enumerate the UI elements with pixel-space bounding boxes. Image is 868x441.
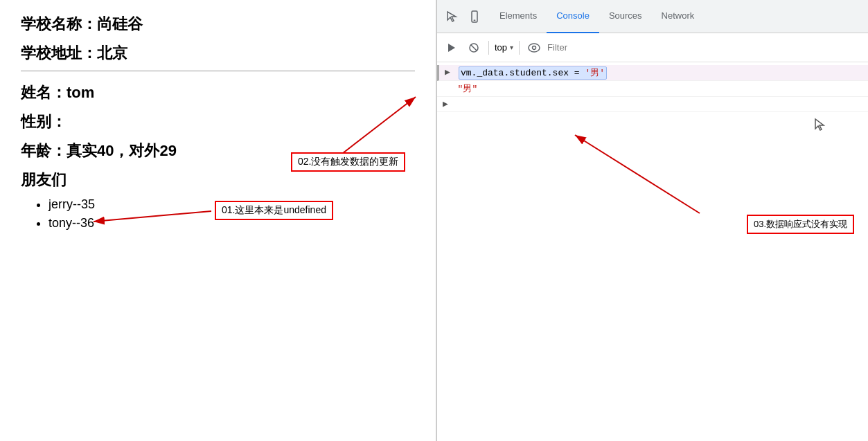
console-code: vm._data.student.sex = '男' [459,66,607,79]
svg-point-10 [529,44,540,52]
top-select[interactable]: top ▾ [495,42,513,53]
svg-marker-4 [448,12,456,21]
devtools-tabs: Elements Console Sources Network [437,0,868,33]
right-panel-wrapper: Elements Console Sources Network [436,0,868,441]
mobile-icon[interactable] [465,7,484,26]
student-gender: 性别： [21,111,415,132]
console-output-line: "男" [437,81,868,97]
school-name: 学校名称：尚硅谷 [21,14,415,35]
annotation-box-02: 02.没有触发数据的更新 [291,152,405,172]
mouse-cursor [814,118,826,135]
toolbar-divider-2 [519,41,520,55]
console-input-line: ▶ vm._data.student.sex = '男' [437,65,868,81]
svg-marker-7 [448,44,455,52]
console-expand-line[interactable]: ▶ [437,97,868,112]
code-highlight: vm._data.student.sex = '男' [459,66,607,80]
devtools-content: ▶ vm._data.student.sex = '男' "男" ▶ [437,62,868,441]
friends-title: 朋友们 [21,170,415,190]
chevron-down-icon: ▾ [510,44,513,51]
svg-rect-6 [474,19,476,21]
divider [21,71,415,71]
tab-elements[interactable]: Elements [490,0,547,33]
tab-console[interactable]: Console [547,0,599,33]
devtools-toolbar: top ▾ [437,33,868,62]
run-icon[interactable] [443,39,461,57]
filter-input[interactable] [547,42,862,53]
console-prompt: ▶ [445,66,454,78]
toolbar-divider [488,41,489,55]
svg-point-11 [533,46,536,49]
console-expand-icon[interactable]: ▶ [443,98,448,109]
cursor-icon[interactable] [443,7,462,26]
school-addr: 学校地址：北京 [21,43,415,64]
svg-line-9 [471,44,477,51]
student-name: 姓名：tom [21,82,415,103]
tab-sources[interactable]: Sources [599,0,652,33]
annotation-box-01: 01.这里本来是undefined [215,201,333,220]
devtools-icons [443,7,484,26]
tab-network[interactable]: Network [652,0,705,33]
eye-icon[interactable] [525,39,543,57]
left-panel: 学校名称：尚硅谷 学校地址：北京 姓名：tom 性别： 年龄：真实40，对外29… [0,0,436,441]
console-result: "男" [458,82,478,95]
console-result-prompt [443,82,454,93]
annotation-box-03: 03.数据响应式没有实现 [747,215,854,234]
block-icon[interactable] [465,39,483,57]
svg-marker-12 [815,119,824,130]
